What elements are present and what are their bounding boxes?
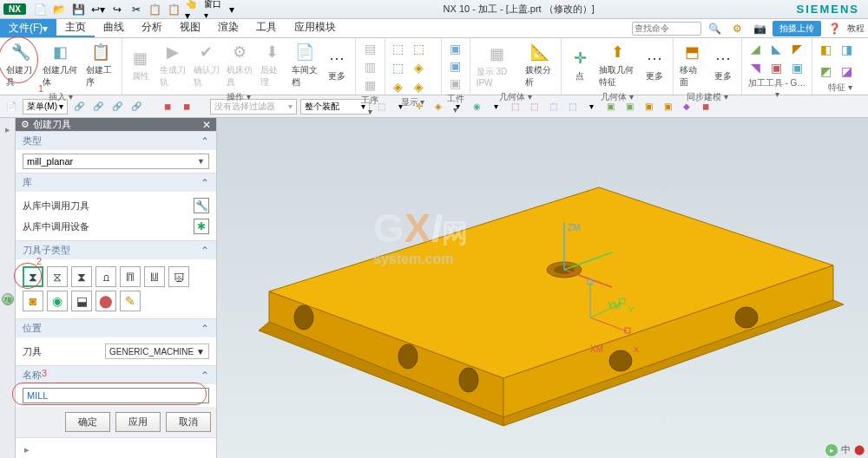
subtype-mill[interactable]: ⧗ xyxy=(23,266,43,287)
mtool-2[interactable]: ◣ xyxy=(766,40,786,57)
more-sync-button[interactable]: ⋯更多 xyxy=(708,46,738,84)
panel-title: 创建刀具 xyxy=(33,118,71,131)
tab-curve[interactable]: 曲线 xyxy=(95,19,133,37)
tab-tools[interactable]: 工具 xyxy=(247,19,286,37)
mtool-3[interactable]: ◤ xyxy=(787,40,806,57)
draft-button[interactable]: 📐拨模分析 xyxy=(523,40,557,90)
tutorial-icon[interactable]: ❓ xyxy=(825,21,843,36)
feat-4[interactable]: ◪ xyxy=(837,62,856,80)
type-dropdown[interactable]: mill_planar▼ xyxy=(23,154,209,169)
gear-icon[interactable]: ⚙ xyxy=(21,119,30,130)
section-name-header[interactable]: 名称 3 ⌃ xyxy=(16,365,216,384)
disp-btn-5[interactable]: ◈ xyxy=(389,78,408,95)
wpc-btn-1[interactable]: ▣ xyxy=(446,40,465,57)
disp-btn-1[interactable]: ⬚ xyxy=(389,40,408,57)
redo-icon[interactable]: ↪ xyxy=(108,2,126,17)
cut-icon[interactable]: ✂ xyxy=(128,2,145,17)
subtype-grid: ⧗ ⧖ ⧗ ⩍ ⩎ ⩏ ⩐ ◙ ◉ ⬓ ⬤ ✎ xyxy=(23,263,209,315)
name-input[interactable] xyxy=(23,388,209,403)
menu-file[interactable]: 文件(F) ▾ xyxy=(0,19,56,37)
feat-2[interactable]: ◨ xyxy=(837,41,856,58)
subtype-11[interactable]: ⬤ xyxy=(95,291,116,311)
panel-expand-icon[interactable]: ▸ xyxy=(19,442,35,457)
op-icon-1: ▤ xyxy=(363,42,377,56)
section-subtype-header[interactable]: 刀具子类型⌃ xyxy=(16,240,216,259)
feat-3[interactable]: ◩ xyxy=(816,62,835,80)
shopdocs-button[interactable]: 📄车间文档 xyxy=(289,40,321,90)
tab-analyze[interactable]: 分析 xyxy=(133,19,171,37)
svg-text:Y: Y xyxy=(628,305,634,314)
svg-point-10 xyxy=(609,350,632,371)
command-search[interactable] xyxy=(632,22,701,36)
caret-up-icon: ⌃ xyxy=(201,323,209,335)
pos-dropdown[interactable]: GENERIC_MACHINE▼ xyxy=(105,344,209,359)
create-op-button[interactable]: 📋创建工序 xyxy=(83,40,118,90)
disp-btn-6[interactable]: ◈ xyxy=(410,78,429,95)
create-tool-panel: ⚙ 创建刀具 ✕ 类型⌃ mill_planar▼ 库⌃ 从库中调用刀具 🔧 从… xyxy=(16,118,217,458)
more-ops-button[interactable]: ⋯更多 xyxy=(322,46,352,84)
mtool-5[interactable]: ▣ xyxy=(766,59,786,76)
nx-logo: NX xyxy=(3,3,26,15)
subtype-12[interactable]: ✎ xyxy=(120,291,141,311)
disp-btn-2[interactable]: ⬚ xyxy=(410,40,429,57)
tab-home[interactable]: 主页 xyxy=(56,19,95,37)
mtool-1[interactable]: ◢ xyxy=(746,40,765,57)
settings-icon[interactable]: ⚙ xyxy=(728,21,746,36)
paste-icon[interactable]: 📋 xyxy=(166,2,183,17)
mtool-4[interactable]: ◥ xyxy=(746,59,765,76)
save-icon[interactable]: 💾 xyxy=(70,2,88,17)
subtype-4[interactable]: ⩍ xyxy=(95,266,116,287)
lib-tool-icon[interactable]: 🔧 xyxy=(194,198,209,213)
disp-btn-3[interactable]: ⬚ xyxy=(389,59,408,76)
cancel-button[interactable]: 取消 xyxy=(166,412,211,432)
tab-render[interactable]: 渲染 xyxy=(209,19,247,37)
section-type-header[interactable]: 类型⌃ xyxy=(16,131,216,150)
caret-up-icon: ⌃ xyxy=(201,245,209,257)
more-icon[interactable]: ▾ xyxy=(223,2,240,17)
touch-icon[interactable]: 👆▾ xyxy=(185,2,202,17)
create-tool-icon: 🔧 xyxy=(10,42,31,62)
create-geom-button[interactable]: ◧创建几何体 xyxy=(40,40,82,90)
tab-app[interactable]: 应用模块 xyxy=(286,19,345,37)
section-lib-header[interactable]: 库⌃ xyxy=(16,173,216,192)
moveface-icon: ⬒ xyxy=(681,42,702,62)
copy-icon[interactable]: 📋 xyxy=(147,2,164,17)
open-icon[interactable]: 📂 xyxy=(51,2,69,17)
ipw-icon: ▦ xyxy=(487,43,508,64)
window-dd-icon[interactable]: 窗口▾ xyxy=(204,2,221,17)
strip-collapse-icon[interactable]: ▸ xyxy=(0,121,16,137)
subtype-6[interactable]: ⩏ xyxy=(144,266,165,287)
close-icon[interactable]: ✕ xyxy=(202,119,211,131)
point-icon: ✛ xyxy=(569,48,590,69)
search-icon[interactable]: 🔍 xyxy=(706,21,723,36)
disp-btn-4[interactable]: ◈ xyxy=(410,59,429,76)
wpc-btn-2[interactable]: ▣ xyxy=(446,57,465,75)
feat-1[interactable]: ◧ xyxy=(816,41,835,58)
create-tool-button[interactable]: 🔧创建刀具 xyxy=(3,40,38,90)
upload-button[interactable]: 拍摄上传 xyxy=(773,21,821,36)
subtype-7[interactable]: ⩐ xyxy=(168,266,189,287)
extract-button[interactable]: ⬆抽取几何特征 xyxy=(596,40,638,90)
undo-dd-icon[interactable]: ↩▾ xyxy=(89,2,107,17)
subtype-9[interactable]: ◉ xyxy=(47,291,68,311)
subtype-2[interactable]: ⧖ xyxy=(47,266,68,287)
tutorial-label[interactable]: 教程 xyxy=(847,23,865,35)
subtype-8[interactable]: ◙ xyxy=(23,291,43,311)
mtool-6[interactable]: ▣ xyxy=(787,59,806,76)
3d-viewport[interactable]: ZM XM YM X Y GXIGXI网网 system.com ▸ 中 xyxy=(217,118,868,458)
section-pos-header[interactable]: 位置⌃ xyxy=(16,318,216,337)
op-btn-3: ▦ xyxy=(360,76,379,94)
subtype-5[interactable]: ⩎ xyxy=(120,266,141,287)
subtype-10[interactable]: ⬓ xyxy=(71,291,92,311)
lib-dev-icon[interactable]: ✱ xyxy=(194,219,209,234)
moveface-button[interactable]: ⬒移动面 xyxy=(677,40,707,90)
subtype-3[interactable]: ⧗ xyxy=(71,266,92,287)
point-button[interactable]: ✛点 xyxy=(565,46,595,84)
more-geom-button[interactable]: ⋯更多 xyxy=(640,46,669,84)
ok-button[interactable]: 确定 xyxy=(65,412,110,432)
apply-button[interactable]: 应用 xyxy=(115,412,161,432)
new-icon[interactable]: 📄 xyxy=(32,2,49,17)
draft-icon: 📐 xyxy=(529,42,550,62)
screenshot-icon[interactable]: 📷 xyxy=(751,21,768,36)
tab-view[interactable]: 视图 xyxy=(171,19,209,37)
